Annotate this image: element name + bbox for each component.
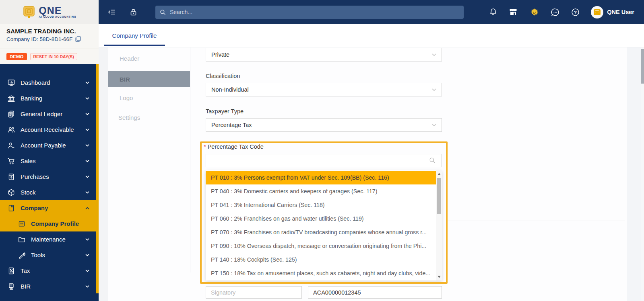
signatory-input[interactable]: [206, 286, 302, 299]
subnav-item-header[interactable]: Header: [120, 55, 139, 62]
sidebar-item-company-profile[interactable]: Company Profile: [0, 216, 99, 231]
sidebar-item-company[interactable]: Company: [0, 200, 99, 216]
chevron-down-icon: [85, 190, 90, 195]
chevron-down-icon: [85, 96, 90, 101]
logo-subtitle: AI CLOUD ACCOUNTING: [39, 15, 76, 18]
sidebar-item-label: Account Receivable: [21, 126, 74, 133]
scroll-down-arrow[interactable]: [438, 276, 441, 278]
chevron-down-icon: [85, 284, 90, 289]
bell-icon[interactable]: [489, 8, 497, 16]
ownership-select[interactable]: Private: [206, 48, 442, 61]
chat-icon[interactable]: [551, 8, 560, 17]
scrollbar-thumb[interactable]: [437, 178, 441, 214]
taxpayer-type-label: Taxpayer Type: [206, 108, 244, 115]
chevron-down-icon: [431, 123, 437, 128]
sidebar-item-tools[interactable]: Tools: [0, 247, 99, 263]
sidebar-item-account-receivable[interactable]: Account Receivable: [0, 122, 99, 137]
sidebar-item-label: Dashboard: [21, 79, 50, 86]
sidebar-item-banking[interactable]: Banking: [0, 90, 99, 106]
sidebar-item-stock[interactable]: Stock: [0, 184, 99, 200]
sidebar-item-label: Stock: [21, 189, 36, 196]
chevron-down-icon: [85, 237, 90, 242]
company-name: SAMPLE TRADING INC.: [6, 28, 92, 35]
wrench-icon: [18, 251, 26, 259]
scroll-up-arrow[interactable]: [438, 173, 441, 175]
chevron-down-icon: [431, 87, 437, 92]
dropdown-option[interactable]: PT 040 : 3% Domestic carriers and keeper…: [206, 184, 436, 198]
sidebar-item-maintenance[interactable]: Maintenance: [0, 231, 99, 247]
profile-card-icon: [18, 220, 26, 228]
chevron-down-icon: [85, 80, 90, 85]
person-sign-icon: [7, 141, 15, 149]
reset-countdown-badge: RESET IN 10 DAY(S): [30, 53, 77, 60]
sidebar-item-sales[interactable]: Sales: [0, 153, 99, 169]
chevron-down-icon: [85, 159, 90, 164]
dropdown-option[interactable]: PT 010 : 3% Persons exempt from VAT unde…: [206, 171, 436, 184]
section-divider: [448, 221, 625, 221]
sidebar-item-label: Banking: [21, 95, 42, 102]
required-marker: *: [204, 143, 206, 150]
classification-select[interactable]: Non-Individual: [206, 83, 442, 96]
subnav-item-settings[interactable]: Settings: [118, 114, 140, 121]
lock-icon[interactable]: [129, 8, 138, 16]
sidebar-item-dashboard[interactable]: Dashboard: [0, 75, 99, 90]
page-scrollbar-thumb[interactable]: [641, 49, 644, 84]
sidebar-item-general-ledger[interactable]: General Ledger: [0, 106, 99, 122]
sidebar-item-purchases[interactable]: Purchases: [0, 169, 99, 184]
search-input[interactable]: [169, 8, 459, 16]
tab-company-profile[interactable]: Company Profile: [104, 24, 165, 47]
cart-icon: [7, 157, 15, 165]
dropdown-option[interactable]: PT 041 : 3% International Carriers (Sec.…: [206, 198, 436, 212]
company-id: Company ID: 58D-8D1-66F: [6, 36, 72, 42]
logo-title: QNE: [39, 6, 76, 14]
sidebar-item-label: General Ledger: [21, 111, 62, 117]
search-icon: [160, 9, 166, 15]
sidebar-item-bir[interactable]: BIR: [0, 278, 99, 294]
chevron-up-icon: [85, 206, 90, 211]
percentage-tax-code-input[interactable]: [206, 154, 442, 167]
badge-row: DEMO RESET IN 10 DAY(S): [0, 49, 99, 64]
dropdown-option[interactable]: PT 060 : 2% Franchises on gas and water …: [206, 212, 436, 225]
dropdown-option[interactable]: PT 140 : 18% Cockpits (Sec. 125): [206, 253, 436, 266]
dropdown-option[interactable]: PT 070 : 3% Franchises on radio/TV broad…: [206, 225, 436, 239]
tab-bar: Company Profile: [99, 24, 644, 47]
sidebar-item-label: Purchases: [21, 173, 49, 180]
bank-icon: [7, 94, 15, 102]
cube-icon: [7, 188, 15, 197]
avatar: [591, 6, 603, 18]
copy-icon[interactable]: [75, 36, 81, 42]
mascot-icon[interactable]: [529, 7, 540, 17]
dashboard-icon: [7, 79, 15, 87]
tax-document-icon: [7, 267, 15, 275]
sidebar: QNE AI CLOUD ACCOUNTING SAMPLE TRADING I…: [0, 0, 99, 301]
help-icon[interactable]: ?: [571, 8, 580, 17]
bookmark-square-icon: [7, 204, 15, 212]
user-menu[interactable]: QNE User: [591, 6, 634, 18]
sidebar-group-company: Company Company Profile: [0, 200, 99, 231]
sidebar-nav: Dashboard Banking General Ledger Account…: [0, 64, 99, 301]
classification-label: Classification: [206, 73, 240, 79]
terminal-device-icon: [7, 283, 15, 291]
document-icon: [7, 173, 15, 181]
qne-logo-icon: [22, 5, 36, 19]
chevron-down-icon: [431, 52, 437, 57]
store-icon[interactable]: [508, 8, 518, 16]
qne-logo[interactable]: QNE AI CLOUD ACCOUNTING: [0, 0, 99, 24]
taxpayer-type-select[interactable]: Percentage Tax: [206, 118, 442, 132]
accreditation-number-input[interactable]: [308, 286, 442, 299]
subnav-divider: [190, 47, 190, 272]
sidebar-item-account-payable[interactable]: Account Payable: [0, 137, 99, 153]
dropdown-scrollbar[interactable]: [436, 170, 442, 281]
dropdown-option[interactable]: PT 150 : 18% Tax on amusement places, su…: [206, 266, 436, 280]
svg-text:?: ?: [574, 10, 577, 14]
page-scrollbar[interactable]: [641, 47, 644, 301]
percentage-tax-code-label: * Percentage Tax Code: [204, 143, 264, 150]
collapse-menu-icon[interactable]: [107, 8, 116, 16]
sidebar-item-label: Sales: [21, 158, 36, 164]
sidebar-item-label: BIR: [21, 283, 31, 290]
folder-icon: [18, 235, 26, 244]
subnav-item-bir[interactable]: BIR: [108, 71, 190, 87]
subnav-item-logo[interactable]: Logo: [120, 94, 133, 101]
sidebar-item-tax[interactable]: Tax: [0, 263, 99, 278]
dropdown-option[interactable]: PT 090 : 10% Overseas dispatch, message …: [206, 239, 436, 253]
